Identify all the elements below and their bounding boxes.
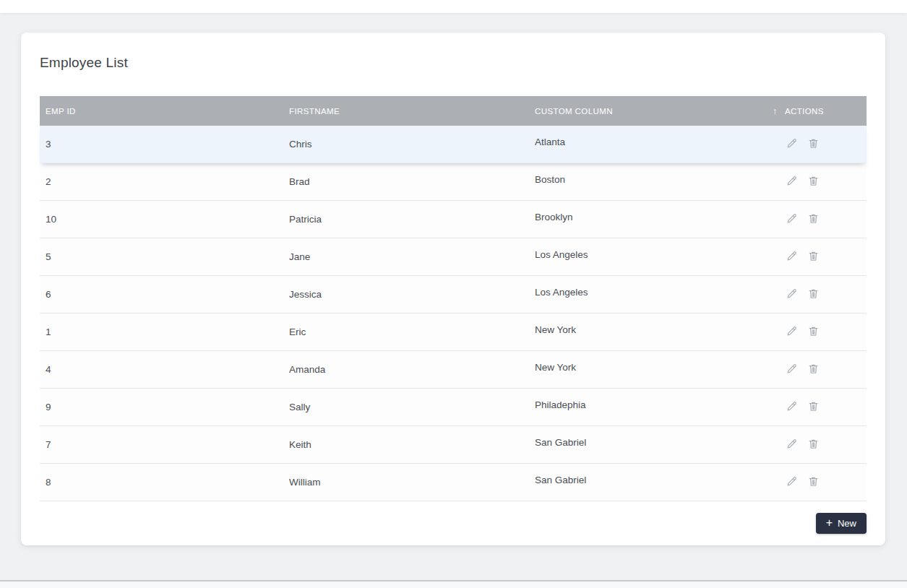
employee-table: EMP ID FIRSTNAME CUSTOM COLUMN ↑ ACTIONS… xyxy=(40,96,867,501)
cell-actions xyxy=(773,213,867,226)
cell-actions xyxy=(773,138,867,151)
delete-button[interactable] xyxy=(807,363,820,376)
cell-actions xyxy=(773,476,867,489)
pencil-icon xyxy=(786,438,798,452)
sort-ascending-icon: ↑ xyxy=(773,106,778,116)
edit-button[interactable] xyxy=(785,176,798,189)
cell-firstname: Jane xyxy=(283,251,529,262)
edit-button[interactable] xyxy=(785,288,798,301)
column-header-actions-label: ACTIONS xyxy=(785,107,824,116)
card-footer: + New xyxy=(40,501,867,545)
new-button[interactable]: + New xyxy=(816,513,867,534)
cell-emp-id: 1 xyxy=(40,327,283,337)
delete-button[interactable] xyxy=(807,138,820,151)
trash-icon xyxy=(807,363,820,377)
delete-button[interactable] xyxy=(807,438,820,451)
new-button-label: New xyxy=(838,518,856,529)
delete-button[interactable] xyxy=(807,401,820,414)
top-bar xyxy=(0,0,907,13)
trash-icon xyxy=(807,175,820,189)
column-header-actions[interactable]: ↑ ACTIONS xyxy=(773,106,867,116)
employee-list-card: Employee List EMP ID FIRSTNAME CUSTOM CO… xyxy=(21,33,885,545)
cell-actions xyxy=(773,363,867,376)
pencil-icon xyxy=(786,475,798,490)
trash-icon xyxy=(807,475,820,490)
cell-firstname: Eric xyxy=(283,327,529,337)
table-row[interactable]: 4 Amanda New York xyxy=(40,351,867,389)
column-header-emp-id[interactable]: EMP ID xyxy=(40,107,283,116)
cell-emp-id: 7 xyxy=(40,439,283,450)
trash-icon xyxy=(807,438,820,452)
delete-button[interactable] xyxy=(807,213,820,226)
edit-button[interactable] xyxy=(785,438,798,451)
table-body: 3 Chris Atlanta xyxy=(40,126,867,501)
column-header-custom-column[interactable]: CUSTOM COLUMN xyxy=(529,107,773,116)
trash-icon xyxy=(807,137,820,152)
cell-actions xyxy=(773,251,867,264)
cell-firstname: Chris xyxy=(283,139,529,150)
cell-actions xyxy=(773,288,867,301)
cell-custom-column: Boston xyxy=(529,174,773,185)
pencil-icon xyxy=(786,175,798,189)
cell-custom-column: New York xyxy=(529,362,773,373)
delete-button[interactable] xyxy=(807,251,820,264)
cell-custom-column: San Gabriel xyxy=(529,475,773,485)
cell-custom-column: Brooklyn xyxy=(529,212,773,222)
cell-emp-id: 4 xyxy=(40,364,283,375)
pencil-icon xyxy=(786,400,798,415)
page-title: Employee List xyxy=(40,53,867,73)
pencil-icon xyxy=(786,212,798,227)
cell-emp-id: 8 xyxy=(40,477,283,488)
table-row[interactable]: 6 Jessica Los Angeles xyxy=(40,276,867,314)
edit-button[interactable] xyxy=(785,326,798,339)
table-row[interactable]: 2 Brad Boston xyxy=(40,163,867,201)
trash-icon xyxy=(807,325,820,340)
cell-custom-column: Philadephia xyxy=(529,399,773,410)
table-row[interactable]: 7 Keith San Gabriel xyxy=(40,426,867,464)
delete-button[interactable] xyxy=(807,288,820,301)
cell-emp-id: 10 xyxy=(40,214,283,225)
pencil-icon xyxy=(786,287,798,302)
table-row[interactable]: 1 Eric New York xyxy=(40,314,867,351)
table-row[interactable]: 5 Jane Los Angeles xyxy=(40,238,867,276)
pencil-icon xyxy=(786,325,798,340)
plus-icon: + xyxy=(826,517,833,529)
cell-emp-id: 2 xyxy=(40,176,283,187)
cell-firstname: Patricia xyxy=(283,214,529,225)
table-row[interactable]: 8 William San Gabriel xyxy=(40,464,867,501)
edit-button[interactable] xyxy=(785,401,798,414)
cell-actions xyxy=(773,401,867,414)
pencil-icon xyxy=(786,137,798,152)
cell-firstname: Jessica xyxy=(283,289,529,300)
edit-button[interactable] xyxy=(785,138,798,151)
cell-firstname: Brad xyxy=(283,176,529,187)
trash-icon xyxy=(807,250,820,264)
table-row[interactable]: 9 Sally Philadephia xyxy=(40,389,867,426)
pencil-icon xyxy=(786,363,798,377)
trash-icon xyxy=(807,287,820,302)
table-header-row: EMP ID FIRSTNAME CUSTOM COLUMN ↑ ACTIONS xyxy=(40,96,867,126)
cell-actions xyxy=(773,326,867,339)
delete-button[interactable] xyxy=(807,476,820,489)
cell-emp-id: 9 xyxy=(40,402,283,412)
table-row[interactable]: 3 Chris Atlanta xyxy=(40,126,867,163)
edit-button[interactable] xyxy=(785,476,798,489)
edit-button[interactable] xyxy=(785,213,798,226)
edit-button[interactable] xyxy=(785,363,798,376)
column-header-firstname[interactable]: FIRSTNAME xyxy=(283,107,529,116)
cell-emp-id: 3 xyxy=(40,139,283,150)
cell-emp-id: 5 xyxy=(40,251,283,262)
table-row[interactable]: 10 Patricia Brooklyn xyxy=(40,201,867,238)
cell-custom-column: New York xyxy=(529,324,773,335)
cell-firstname: Amanda xyxy=(283,364,529,375)
main-content: Employee List EMP ID FIRSTNAME CUSTOM CO… xyxy=(0,13,907,580)
delete-button[interactable] xyxy=(807,176,820,189)
delete-button[interactable] xyxy=(807,326,820,339)
cell-firstname: Sally xyxy=(283,402,529,412)
pencil-icon xyxy=(786,250,798,264)
cell-custom-column: San Gabriel xyxy=(529,437,773,448)
cell-firstname: William xyxy=(283,477,529,488)
cell-firstname: Keith xyxy=(283,439,529,450)
cell-custom-column: Los Angeles xyxy=(529,249,773,260)
edit-button[interactable] xyxy=(785,251,798,264)
